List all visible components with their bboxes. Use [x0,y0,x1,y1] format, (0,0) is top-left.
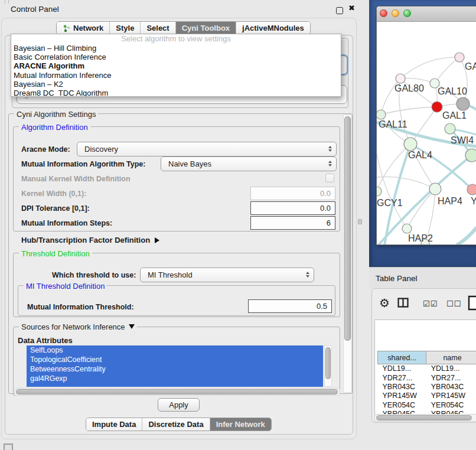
tab-select[interactable]: Select [141,22,175,34]
settings-scrollbar-thumb[interactable] [344,116,351,341]
col-shared-name[interactable]: shared... [378,351,426,364]
network-edge[interactable] [435,57,459,83]
tab-discretize-data[interactable]: Discretize Data [142,418,210,431]
table-cell[interactable]: YBR043C [378,382,426,391]
select-all-checks-icon[interactable]: ☑☑ [423,299,438,308]
sources-group-title[interactable]: Sources for Network Inference [19,322,137,331]
kernel-width-field[interactable]: 0.0 [250,187,335,200]
table-row[interactable]: YDR27...YDR27...12 [378,373,476,382]
split-pane-handle[interactable] [358,219,362,224]
manual-kernel-checkbox[interactable] [325,174,334,182]
page-icon[interactable] [468,295,476,311]
aracne-mode-select[interactable]: Discovery [77,142,337,156]
network-node[interactable] [467,184,476,195]
network-node[interactable] [465,149,476,162]
expand-right-icon[interactable] [155,237,159,243]
attributes-scrollbar-thumb[interactable] [325,347,331,379]
dropdown-item[interactable]: Bayesian – Hill Climbing [11,44,341,53]
close-icon[interactable]: ✖ [348,4,355,12]
tab-network[interactable]: Network [57,22,110,34]
tab-infer-network[interactable]: Infer Network [210,418,271,431]
attribute-item[interactable]: BetweennessCentrality [27,364,323,374]
network-node-label: GAL4 [408,150,432,160]
network-canvas[interactable]: GALGAL80GAL10GAL1GAL11SWI4GAL4GCY1HAP4YH… [377,22,476,245]
which-threshold-select[interactable]: MI Threshold [140,268,314,282]
tab-impute-data[interactable]: Impute Data [86,418,142,431]
network-node[interactable] [402,224,412,233]
attribute-item[interactable]: TopologicalCoefficient [27,355,323,364]
combo-arrows-icon [306,272,309,278]
dropdown-item[interactable]: ARACNE Algorithm [11,61,341,70]
settings-gear-icon[interactable]: ⚙ [379,296,390,310]
mi-steps-field[interactable]: 6 [250,216,335,230]
data-attributes-list[interactable]: SelfLoopsTopologicalCoefficientBetweenne… [27,345,323,387]
combo-arrows-icon [328,146,332,152]
network-node-label: Y [471,196,476,206]
table-row[interactable]: YBR045CYBR045C9. [378,409,476,414]
table-row[interactable]: YPR145WYPR145W9. [378,392,476,400]
network-edge[interactable] [400,78,435,83]
apply-button[interactable]: Apply [158,398,200,412]
table-cell[interactable]: YDL19... [378,364,426,373]
table-header-row[interactable]: shared... name A [378,351,476,364]
minimize-traffic-light-icon[interactable] [392,9,399,17]
zoom-traffic-light-icon[interactable] [403,9,411,17]
dropdown-item[interactable]: Dream8 DC_TDC Algorithm [11,89,341,97]
network-edge[interactable] [381,107,437,115]
mi-type-select[interactable]: Naive Bayes [161,156,337,171]
dropdown-item[interactable]: Basic Correlation Inference [11,53,341,61]
network-node[interactable] [377,110,386,119]
close-traffic-light-icon[interactable] [380,9,387,17]
collapse-down-icon[interactable] [129,324,135,329]
network-edge[interactable] [377,144,410,191]
network-node[interactable] [404,138,417,151]
split-columns-icon[interactable] [397,298,409,308]
table-cell[interactable]: YDR27... [378,373,426,382]
table-cell[interactable]: YPR145W [378,392,426,400]
float-window-icon[interactable] [336,7,343,14]
attribute-item[interactable]: SelfLoops [27,345,323,355]
tab-style[interactable]: Style [110,22,141,34]
network-node[interactable] [432,102,442,112]
network-node[interactable] [455,53,464,62]
table-cell[interactable]: YER054C [378,400,426,409]
cyni-bottom-tabs: Impute Data Discretize Data Infer Networ… [86,418,272,431]
table-cell[interactable]: YDL19... [426,364,476,373]
network-window-titlebar[interactable] [377,6,476,22]
col-name[interactable]: name [426,351,476,364]
table-hscrollbar-thumb[interactable] [376,415,472,420]
tab-jactivemnodules[interactable]: jActiveMNodules [236,22,310,34]
settings-hscrollbar-thumb[interactable] [16,389,338,394]
network-edge[interactable] [457,227,476,245]
deselect-all-boxes-icon[interactable]: ☐☐ [446,299,461,308]
table-cell[interactable]: YBR045C [426,409,476,414]
table-cell[interactable]: YBR045C [378,409,426,414]
dropdown-item[interactable]: Bayesian – K2 [11,80,341,89]
table-cell[interactable]: YBR043C [426,382,476,391]
network-node-label: GAL11 [379,119,407,129]
network-node[interactable] [457,97,470,110]
table-row[interactable]: YDL19...YDL19...13 [378,364,476,373]
hub-definition-toggle[interactable]: Hub/Transcription Factor Definition [21,236,159,244]
network-view-window[interactable]: GALGAL80GAL10GAL1GAL11SWI4GAL4GCY1HAP4YH… [376,6,476,245]
mi-threshold-field[interactable]: 0.5 [248,299,332,313]
node-table[interactable]: shared... name A YDL19...YDL19...13YDR27… [374,319,476,414]
dpi-tolerance-field[interactable]: 0.0 [250,201,335,215]
manual-kernel-label: Manual Kernel Width Definition [21,175,131,183]
table-cell[interactable]: YER054C [426,400,476,409]
attribute-item[interactable]: gal4RGexp [27,374,323,383]
table-row[interactable]: YBR043CYBR043C [378,382,476,391]
network-node[interactable] [377,187,382,196]
tab-cyni-toolbox[interactable]: Cyni Toolbox [176,22,236,34]
network-node-label: SWI4 [451,135,474,145]
table-cell[interactable]: YPR145W [426,392,476,400]
minimized-panel-icon[interactable] [4,444,13,450]
network-node[interactable] [429,183,441,195]
table-cell[interactable]: YDR27... [426,373,476,382]
table-row[interactable]: YER054CYER054C8. [378,400,476,409]
network-node[interactable] [396,74,405,83]
network-edge[interactable] [400,57,459,79]
dropdown-item[interactable]: Mutual Information Inference [11,71,341,80]
mi-steps-label: Mutual Information Steps: [21,219,112,227]
network-node[interactable] [445,123,455,134]
